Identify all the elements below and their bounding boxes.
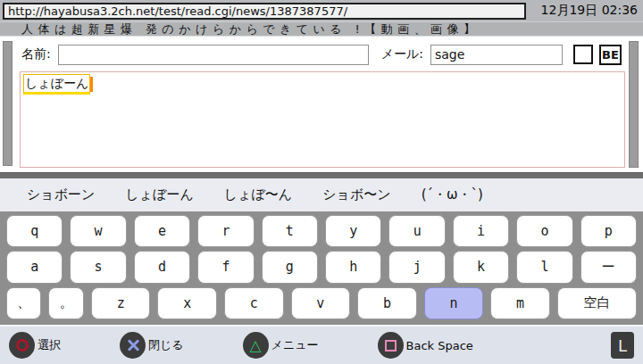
key-l[interactable]: l — [516, 251, 572, 283]
ime-candidate[interactable]: しょぼ〜ん — [224, 186, 292, 203]
hint-label-menu: メニュー — [271, 337, 319, 353]
key-p[interactable]: p — [580, 215, 637, 247]
clock: 12月19日 02:36 — [541, 3, 638, 19]
key-g[interactable]: g — [262, 251, 318, 283]
key-long-vowel[interactable]: ー — [580, 251, 637, 283]
right-scrollbar[interactable] — [629, 41, 639, 168]
key-s[interactable]: s — [70, 251, 126, 283]
hint-label-select: 選択 — [38, 337, 61, 353]
key-o[interactable]: o — [516, 215, 572, 247]
post-form-area: 名前: メール: BE しょぼーん — [0, 37, 643, 172]
ime-candidate[interactable]: (´・ω・`) — [422, 186, 483, 203]
url-bar: http://hayabusa3.2ch.net/test/read.cgi/n… — [0, 0, 643, 21]
key-x[interactable]: x — [157, 287, 217, 319]
key-j[interactable]: j — [388, 251, 445, 283]
keyboard-row-1: q w e r t y u i o p — [3, 215, 640, 247]
key-u[interactable]: u — [388, 215, 445, 247]
hint-select: 選択 — [9, 332, 61, 359]
ime-candidate[interactable]: ショボ〜ン — [322, 186, 390, 203]
controller-hint-bar: 選択 閉じる △ メニュー Back Space L — [0, 325, 643, 364]
left-scrollbar[interactable] — [3, 41, 13, 166]
key-c[interactable]: c — [224, 287, 284, 319]
hint-menu: △ メニュー — [243, 332, 319, 359]
url-field[interactable]: http://hayabusa3.2ch.net/test/read.cgi/n… — [3, 3, 526, 20]
key-d[interactable]: d — [134, 251, 190, 283]
key-y[interactable]: y — [325, 215, 381, 247]
keyboard-row-3: 、 。 z x c v b n m 空白 — [3, 287, 640, 319]
hint-label-backspace: Back Space — [406, 339, 473, 352]
text-cursor — [90, 77, 93, 92]
key-w[interactable]: w — [70, 215, 126, 247]
triangle-button-icon: △ — [243, 332, 269, 359]
name-label: 名前: — [21, 46, 51, 62]
key-h[interactable]: h — [325, 251, 381, 283]
section-divider — [0, 172, 643, 178]
shoulder-l-button: L — [611, 332, 634, 359]
key-v[interactable]: v — [291, 287, 351, 319]
key-a[interactable]: a — [6, 251, 63, 283]
key-q[interactable]: q — [6, 215, 63, 247]
form-row: 名前: メール: BE — [21, 44, 622, 65]
name-input[interactable] — [58, 45, 369, 65]
hint-label-close: 閉じる — [148, 337, 184, 353]
key-e[interactable]: e — [134, 215, 190, 247]
mail-input[interactable] — [430, 45, 563, 65]
triangle-glyph: △ — [250, 338, 262, 353]
thread-title-bar: 人体は超新星爆 発のかけらからできている !【動画、画像】 — [0, 21, 643, 37]
square-glyph — [385, 340, 397, 352]
square-button-icon — [378, 332, 404, 359]
key-n[interactable]: n — [424, 287, 484, 319]
message-textarea[interactable]: しょぼーん — [20, 71, 625, 168]
key-k[interactable]: k — [453, 251, 509, 283]
key-comma[interactable]: 、 — [6, 287, 41, 319]
key-f[interactable]: f — [197, 251, 254, 283]
cross-glyph — [126, 338, 140, 352]
key-m[interactable]: m — [490, 287, 550, 319]
browser-screen: http://hayabusa3.2ch.net/test/read.cgi/n… — [0, 0, 643, 364]
key-space[interactable]: 空白 — [557, 287, 637, 319]
hint-close: 閉じる — [120, 332, 184, 359]
key-i[interactable]: i — [453, 215, 509, 247]
ime-candidate-bar: ショボーン しょぼーん しょぼ〜ん ショボ〜ン (´・ω・`) — [0, 178, 643, 211]
hint-backspace: Back Space — [378, 332, 473, 359]
key-b[interactable]: b — [357, 287, 417, 319]
key-r[interactable]: r — [197, 215, 254, 247]
thread-title: 人体は超新星爆 発のかけらからできている !【動画、画像】 — [21, 21, 480, 37]
keyboard-row-2: a s d f g h j k l ー — [3, 251, 640, 283]
mail-label: メール: — [381, 46, 423, 62]
key-t[interactable]: t — [262, 215, 318, 247]
key-period[interactable]: 。 — [48, 287, 83, 319]
cross-button-icon — [120, 332, 146, 359]
ime-candidate[interactable]: しょぼーん — [125, 186, 193, 203]
ime-composition-text: しょぼーん — [23, 74, 90, 95]
circle-button-icon — [9, 332, 35, 359]
be-checkbox[interactable] — [573, 45, 593, 64]
be-button[interactable]: BE — [599, 45, 622, 65]
ime-candidate[interactable]: ショボーン — [27, 186, 95, 203]
circle-glyph — [16, 339, 29, 352]
onscreen-keyboard: q w e r t y u i o p a s d f g h j k l ー … — [0, 211, 643, 325]
key-z[interactable]: z — [91, 287, 151, 319]
